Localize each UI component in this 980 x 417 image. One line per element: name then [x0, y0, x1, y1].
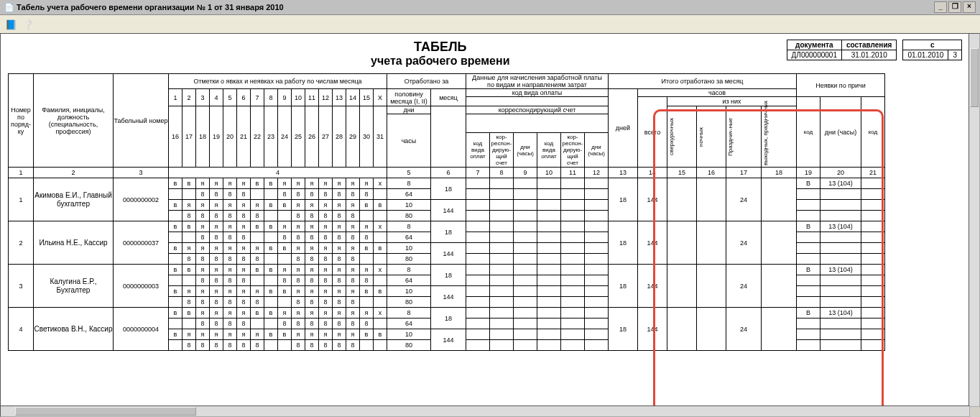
toolbar: 📘 ❔ — [0, 15, 980, 35]
close-button[interactable]: × — [963, 1, 976, 13]
meta-doc: документасоставления ДЛ00000000131.01.20… — [787, 40, 897, 60]
doc-title-2: учета рабочего времени — [94, 55, 787, 68]
vertical-scrollbar[interactable] — [969, 33, 980, 407]
meta-period: с 01.01.20103 — [902, 40, 962, 60]
doc-title-1: ТАБЕЛЬ — [94, 40, 787, 55]
hscroll-thumb[interactable] — [15, 407, 196, 416]
sheet: ТАБЕЛЬ учета рабочего времени документас… — [1, 34, 969, 357]
timesheet-grid: Номер по поряд-куФамилия, инициалы, долж… — [8, 73, 885, 351]
vscroll-thumb[interactable] — [970, 48, 979, 107]
window: 📄 Табель учета рабочего времени организа… — [0, 0, 980, 417]
doc-icon: 📄 — [4, 3, 17, 12]
maximize-button[interactable]: ❐ — [948, 1, 961, 13]
help-icon[interactable]: ❔ — [22, 18, 34, 31]
horizontal-scrollbar[interactable] — [0, 405, 970, 417]
minimize-button[interactable]: _ — [934, 1, 947, 13]
meta-zone: документасоставления ДЛ00000000131.01.20… — [787, 40, 962, 60]
action-icon[interactable]: 📘 — [4, 18, 17, 31]
window-titlebar: 📄 Табель учета рабочего времени организа… — [0, 0, 980, 15]
window-title: Табель учета рабочего времени организаци… — [17, 3, 284, 12]
document-viewport: ТАБЕЛЬ учета рабочего времени документас… — [0, 33, 970, 407]
